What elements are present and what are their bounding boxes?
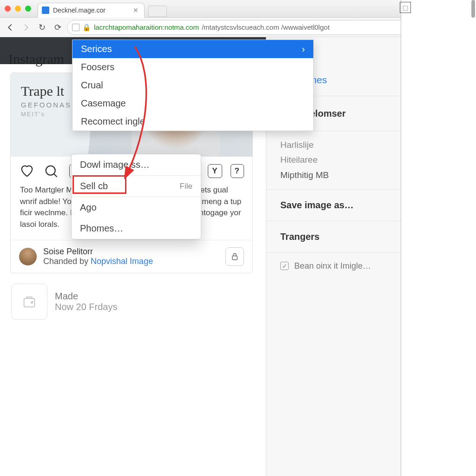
address-bar[interactable]: 🔒 lacrchtapomaharaition:notma.com /mtaty… xyxy=(67,20,425,35)
ctx-label-3: Phomes… xyxy=(80,223,123,234)
action-pill-q[interactable]: ? xyxy=(231,164,244,178)
lock-icon: 🔒 xyxy=(82,23,91,32)
suggestion-label-3: Casemage xyxy=(81,98,126,109)
right-check-label: Bean oinx it Imigle… xyxy=(294,261,371,271)
svg-point-0 xyxy=(46,166,55,175)
checkbox-icon[interactable]: ✓ xyxy=(280,262,289,270)
suggestion-label-4: Recomect ingle xyxy=(81,116,145,127)
like-heart-icon[interactable] xyxy=(19,163,35,179)
tab-close-icon[interactable]: ✕ xyxy=(133,7,139,14)
suggestion-label-2: Crual xyxy=(81,80,103,91)
reload-button[interactable]: ↻ xyxy=(35,21,48,34)
browser-tab-active[interactable]: Decknel.mage.cor ✕ xyxy=(38,3,145,18)
suggestion-item-4[interactable]: Recomect ingle xyxy=(73,112,313,131)
suggestion-item-3[interactable]: Casemage xyxy=(73,94,313,112)
suggestion-item-2[interactable]: Crual xyxy=(73,76,313,94)
made-title: Made xyxy=(55,291,118,302)
suggestion-label-0: Serices xyxy=(81,44,112,54)
ctx-label-2: Ago xyxy=(80,202,97,213)
post-lock-button[interactable] xyxy=(225,247,244,266)
suggestion-item-1[interactable]: Foosers xyxy=(73,58,313,76)
ctx-item-phomes[interactable]: Phomes… xyxy=(72,218,201,239)
suggestion-label-1: Foosers xyxy=(81,62,114,73)
action-pill-y[interactable]: Y xyxy=(208,164,222,178)
image-overlay-brand: Trape lt xyxy=(21,83,72,99)
ctx-hint-1: File xyxy=(180,182,192,191)
page-right-edge xyxy=(401,0,476,476)
svg-line-1 xyxy=(54,174,57,177)
reload-alt-button[interactable]: ⟳ xyxy=(51,21,64,34)
window-min-dot[interactable] xyxy=(15,6,21,12)
ctx-item-ago[interactable]: Ago xyxy=(72,197,201,218)
footer-link[interactable]: Nopvishal Image xyxy=(91,257,153,266)
nav-forward-button[interactable] xyxy=(20,21,33,34)
svg-rect-2 xyxy=(232,256,238,259)
scrollbar-thumb[interactable] xyxy=(471,0,475,18)
post-footer: Soise Pelitorr Chanded by Nopvishal Imag… xyxy=(11,240,252,273)
search-magnify-icon[interactable] xyxy=(43,163,59,179)
made-thumb-icon[interactable] xyxy=(11,284,47,320)
url-domain: lacrchtapomaharaition:notma.com xyxy=(94,23,199,31)
suggestion-item-0[interactable]: Serices› xyxy=(73,40,313,58)
window-close-dot[interactable] xyxy=(5,6,11,12)
url-path: /mtatystcsvlscueach.com /wwwaivetl0lgot xyxy=(202,23,330,31)
ctx-label-0: Dowl image ss… xyxy=(80,159,150,170)
made-card: Made Now 20 Frdays xyxy=(0,273,253,320)
author-name[interactable]: Soise Pelitorr xyxy=(43,247,153,257)
author-avatar[interactable] xyxy=(19,248,37,265)
ctx-item-sell-cb[interactable]: Sell cbFile xyxy=(72,176,201,197)
made-subtitle: Now 20 Frdays xyxy=(55,302,118,312)
context-menu: Dowl image ss… Sell cbFile Ago Phomes… xyxy=(71,154,201,239)
extension-icon[interactable]: ⬚ xyxy=(400,2,411,13)
tab-title: Decknel.mage.cor xyxy=(53,7,106,14)
image-overlay-sub1: GEFOONAS xyxy=(21,101,72,109)
footer-sub-pre: Chanded by xyxy=(43,257,91,266)
nav-back-button[interactable] xyxy=(4,21,17,34)
new-tab-button[interactable] xyxy=(148,6,167,17)
ctx-item-download-image[interactable]: Dowl image ss… xyxy=(72,154,201,175)
ctx-label-1: Sell cb xyxy=(80,181,108,192)
site-info-icon[interactable] xyxy=(72,24,79,31)
chevron-right-icon: › xyxy=(302,44,305,54)
right-block-title: elomser xyxy=(310,108,346,119)
tab-favicon-icon xyxy=(42,7,49,14)
window-max-dot[interactable] xyxy=(25,6,31,12)
address-suggestions-dropdown: Serices› Foosers Crual Casemage Recomect… xyxy=(72,40,314,131)
image-overlay-sub2: MEIT's xyxy=(21,111,72,118)
